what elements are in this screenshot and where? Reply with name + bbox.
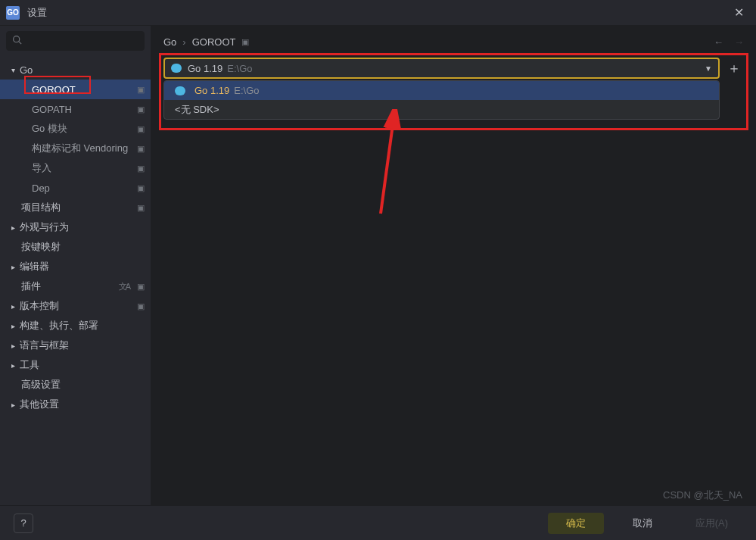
tree-item-keymap[interactable]: 按键映射 <box>0 237 151 257</box>
tree-item-editor[interactable]: ▸ 编辑器 <box>0 257 151 276</box>
help-button[interactable]: ? <box>14 513 33 533</box>
go-sdk-icon <box>175 86 185 95</box>
tree-item-tools[interactable]: ▸ 工具 <box>0 355 151 375</box>
nav-forward-button[interactable]: → <box>734 36 744 48</box>
tree-item-go[interactable]: ▾ Go <box>0 60 151 80</box>
tree-item-appearance[interactable]: ▸ 外观与行为 <box>0 217 151 237</box>
settings-search-input[interactable] <box>6 31 145 51</box>
chevron-right-icon: ▸ <box>8 322 18 330</box>
tree-item-project-structure[interactable]: 项目结构 ▣ <box>0 198 151 217</box>
chevron-right-icon: ▸ <box>8 263 18 271</box>
tree-item-import[interactable]: 导入 ▣ <box>0 158 151 178</box>
project-scope-icon: ▣ <box>137 301 145 311</box>
tree-item-dep[interactable]: Dep ▣ <box>0 178 151 198</box>
project-scope-icon: ▣ <box>137 183 145 193</box>
app-icon: GO <box>6 6 20 20</box>
tree-item-build[interactable]: ▸ 构建、执行、部署 <box>0 316 151 336</box>
chevron-right-icon: ▸ <box>8 223 18 232</box>
chevron-right-icon: ▸ <box>8 302 18 311</box>
sdk-selected-name: Go 1.19 <box>188 63 222 74</box>
project-scope-icon: ▣ <box>137 144 145 154</box>
cancel-button[interactable]: 取消 <box>614 513 670 534</box>
sdk-dropdown: Go 1.19 E:\Go <无 SDK> <box>163 80 720 120</box>
tree-item-gopath[interactable]: GOPATH ▣ <box>0 99 151 119</box>
svg-line-2 <box>381 114 394 214</box>
breadcrumb-goroot: GOROOT <box>192 36 236 48</box>
svg-point-0 <box>14 36 20 42</box>
project-scope-icon: ▣ <box>137 203 145 213</box>
tree-item-plugins[interactable]: 插件 文A ▣ <box>0 276 151 296</box>
window-title: 设置 <box>27 6 730 20</box>
tree-item-vcs[interactable]: ▸ 版本控制 ▣ <box>0 296 151 316</box>
apply-button[interactable]: 应用(A) <box>681 513 742 534</box>
project-scope-icon: ▣ <box>137 105 145 114</box>
goroot-sdk-selector[interactable]: Go 1.19 E:\Go ▼ <box>163 58 720 79</box>
chevron-down-icon: ▾ <box>8 66 18 74</box>
chevron-right-icon: ▸ <box>8 401 18 409</box>
window-close-button[interactable]: ✕ <box>730 2 748 23</box>
project-scope-icon: ▣ <box>137 282 145 292</box>
tree-item-go-modules[interactable]: Go 模块 ▣ <box>0 119 151 139</box>
project-scope-icon: ▣ <box>241 37 249 47</box>
project-scope-icon: ▣ <box>137 85 145 95</box>
nav-back-button[interactable]: ← <box>714 36 723 48</box>
sdk-option-go119[interactable]: Go 1.19 E:\Go <box>164 81 719 100</box>
tree-item-vendoring[interactable]: 构建标记和 Vendoring ▣ <box>0 139 151 158</box>
add-sdk-button[interactable]: ＋ <box>724 58 744 79</box>
project-scope-icon: ▣ <box>137 124 145 134</box>
sdk-selected-path: E:\Go <box>227 63 252 74</box>
annotation-arrow <box>376 109 406 215</box>
tree-item-other[interactable]: ▸ 其他设置 <box>0 395 151 414</box>
project-scope-icon: ▣ <box>137 164 145 173</box>
chevron-right-icon: ▸ <box>8 342 18 350</box>
search-icon <box>12 35 22 47</box>
tree-item-goroot[interactable]: GOROOT ▣ <box>0 80 151 99</box>
sdk-option-none[interactable]: <无 SDK> <box>164 100 719 119</box>
ok-button[interactable]: 确定 <box>548 513 604 534</box>
language-icon: 文A <box>119 281 129 292</box>
breadcrumb-go[interactable]: Go <box>163 36 176 48</box>
chevron-right-icon: ▸ <box>8 361 18 370</box>
tree-item-advanced[interactable]: 高级设置 <box>0 375 151 395</box>
svg-line-1 <box>19 42 21 44</box>
chevron-down-icon: ▼ <box>705 64 712 73</box>
breadcrumb-separator: › <box>182 36 185 48</box>
tree-item-lang[interactable]: ▸ 语言与框架 <box>0 336 151 355</box>
go-sdk-icon <box>171 64 182 73</box>
